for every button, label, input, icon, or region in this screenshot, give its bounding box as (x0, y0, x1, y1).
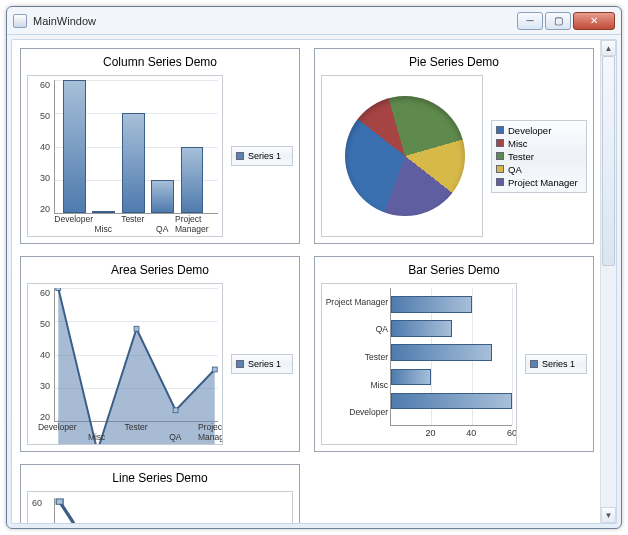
bar-row (391, 369, 431, 385)
svg-rect-0 (56, 288, 61, 290)
legend-swatch (496, 178, 504, 186)
scroll-thumb[interactable] (602, 56, 615, 266)
ytick: 50 (32, 111, 50, 121)
ytick: Misc (324, 380, 388, 390)
legend-item-label: Series 1 (248, 359, 281, 369)
xtick: Developer (54, 214, 93, 224)
panel-title: Area Series Demo (27, 263, 293, 277)
legend: Series 1 (231, 146, 293, 166)
legend: Series 1 (231, 354, 293, 374)
minimize-button[interactable]: ─ (517, 12, 543, 30)
panel-column-series: Column Series Demo 60 50 40 30 20 (20, 48, 300, 244)
xtick: Developer (38, 422, 77, 432)
xtick: Misc (88, 432, 105, 442)
svg-rect-4 (212, 367, 217, 372)
panel-bar-series: Bar Series Demo Project ManagerQATesterM… (314, 256, 594, 452)
legend-item-label: Series 1 (248, 151, 281, 161)
ytick: Project Manager (324, 297, 388, 307)
column-bar (181, 147, 204, 214)
xtick: QA (156, 224, 168, 234)
legend: DeveloperMiscTesterQAProject Manager (491, 120, 587, 193)
legend: Series 1 (525, 354, 587, 374)
panel-title: Column Series Demo (27, 55, 293, 69)
ytick: 60 (32, 288, 50, 298)
ytick: 40 (32, 350, 50, 360)
svg-rect-5 (56, 499, 63, 504)
ytick: 40 (32, 142, 50, 152)
panel-title: Line Series Demo (27, 471, 293, 485)
column-bar (151, 180, 174, 213)
legend-item: QA (496, 164, 582, 175)
panel-title: Pie Series Demo (321, 55, 587, 69)
ytick: 60 (32, 80, 50, 90)
legend-item-label: Tester (508, 151, 534, 162)
ytick: 60 (32, 498, 42, 508)
svg-rect-2 (134, 326, 139, 331)
panel-pie-series: Pie Series Demo DeveloperMiscTesterQAPro… (314, 48, 594, 244)
bar-row (391, 344, 492, 360)
legend-swatch (496, 139, 504, 147)
scroll-down-button[interactable]: ▼ (601, 507, 616, 523)
scroll-up-button[interactable]: ▲ (601, 40, 616, 56)
panel-area-series: Area Series Demo 60 50 40 30 20 (20, 256, 300, 452)
app-icon (13, 14, 27, 28)
main-window: MainWindow ─ ▢ ✕ Column Series Demo 60 (6, 6, 622, 529)
xtick: Tester (121, 214, 144, 224)
xtick: Project Manager (198, 422, 223, 442)
column-bar (122, 113, 145, 213)
area-chart-plot: 60 50 40 30 20 (27, 283, 223, 445)
xtick: 60 (507, 428, 517, 438)
panel-line-series: Line Series Demo 60 (20, 464, 300, 523)
window-title: MainWindow (33, 15, 517, 27)
legend-item-label: Misc (508, 138, 528, 149)
titlebar[interactable]: MainWindow ─ ▢ ✕ (7, 7, 621, 35)
ytick: Tester (324, 352, 388, 362)
legend-swatch (496, 165, 504, 173)
ytick: 20 (32, 412, 50, 422)
svg-rect-3 (173, 408, 178, 413)
xtick: Misc (94, 224, 111, 234)
legend-swatch (496, 152, 504, 160)
xtick: 20 (426, 428, 436, 438)
xtick: Tester (124, 422, 147, 432)
ytick: 20 (32, 204, 50, 214)
vertical-scrollbar[interactable]: ▲ ▼ (600, 40, 616, 523)
legend-item: Misc (496, 138, 582, 149)
column-chart-plot: 60 50 40 30 20 (27, 75, 223, 237)
column-bar (63, 80, 86, 213)
legend-item: Tester (496, 151, 582, 162)
ytick: QA (324, 324, 388, 334)
legend-item-label: Series 1 (542, 359, 575, 369)
client-area: Column Series Demo 60 50 40 30 20 (11, 39, 617, 524)
ytick: 30 (32, 381, 50, 391)
bar-chart-plot: Project ManagerQATesterMiscDeveloper 20 … (321, 283, 517, 445)
bar-row (391, 296, 472, 312)
column-bar (92, 211, 115, 213)
legend-item-label: QA (508, 164, 522, 175)
bar-row (391, 320, 452, 336)
ytick: 30 (32, 173, 50, 183)
pie-chart-plot (321, 75, 483, 237)
legend-item: Project Manager (496, 177, 582, 188)
line-chart-plot: 60 (27, 491, 293, 523)
ytick: Developer (324, 407, 388, 417)
xtick: QA (169, 432, 181, 442)
xtick: Project Manager (175, 214, 209, 234)
xtick: 40 (466, 428, 476, 438)
close-button[interactable]: ✕ (573, 12, 615, 30)
maximize-button[interactable]: ▢ (545, 12, 571, 30)
panel-title: Bar Series Demo (321, 263, 587, 277)
bar-row (391, 393, 512, 409)
legend-item: Developer (496, 125, 582, 136)
legend-item-label: Project Manager (508, 177, 578, 188)
ytick: 50 (32, 319, 50, 329)
legend-swatch (496, 126, 504, 134)
legend-item-label: Developer (508, 125, 551, 136)
